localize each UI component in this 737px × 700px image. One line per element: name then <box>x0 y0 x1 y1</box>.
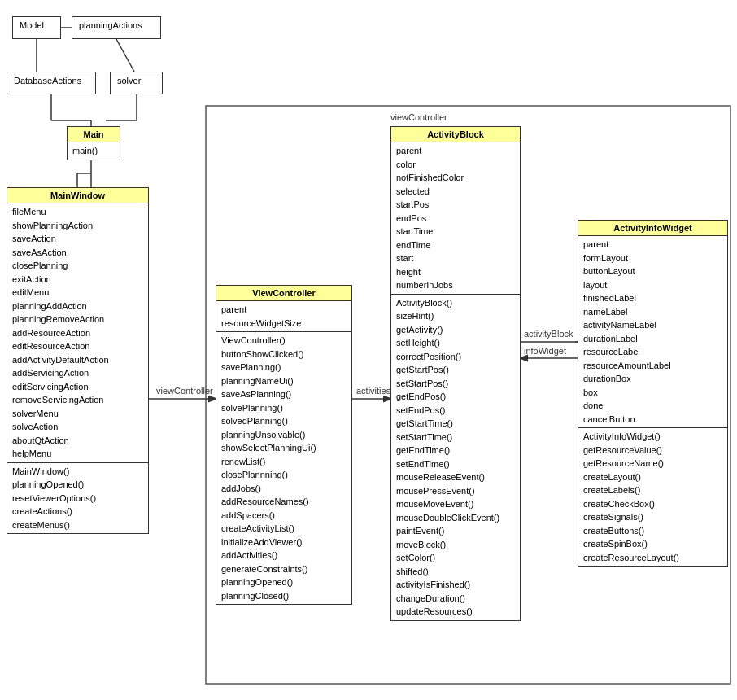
label-viewcontroller-arrow: viewController <box>156 386 213 396</box>
activityblock-box: ActivityBlock parent color notFinishedCo… <box>390 126 521 621</box>
databaseactions-box: DatabaseActions <box>7 72 96 94</box>
label-activities: activities <box>356 386 391 396</box>
planningactions-box: planningActions <box>72 16 161 39</box>
main-methods: main() <box>68 142 120 160</box>
viewcontroller-methods: ViewController() buttonShowClicked() sav… <box>216 332 351 604</box>
main-header: Main <box>68 127 120 142</box>
mainwindow-header: MainWindow <box>7 188 148 203</box>
activityinfowidget-header: ActivityInfoWidget <box>578 221 727 236</box>
activityblock-header: ActivityBlock <box>391 127 520 142</box>
planningactions-label: planningActions <box>79 20 142 30</box>
viewcontroller-attributes: parent resourceWidgetSize <box>216 301 351 332</box>
label-infowidget: infoWidget <box>524 346 566 356</box>
activityinfowidget-attributes: parent formLayout buttonLayout layout fi… <box>578 236 727 428</box>
activityinfowidget-box: ActivityInfoWidget parent formLayout but… <box>578 220 728 567</box>
activityinfowidget-methods: ActivityInfoWidget() getResourceValue() … <box>578 428 727 566</box>
label-activityblock: activityBlock <box>524 329 573 339</box>
mainwindow-attributes: fileMenu showPlanningAction saveAction s… <box>7 203 148 463</box>
solver-label: solver <box>117 76 141 85</box>
activityblock-methods: ActivityBlock() sizeHint() getActivity()… <box>391 295 520 620</box>
databaseactions-label: DatabaseActions <box>14 76 81 85</box>
svg-line-2 <box>116 39 134 72</box>
mainwindow-box: MainWindow fileMenu showPlanningAction s… <box>7 187 149 534</box>
solver-box: solver <box>110 72 163 94</box>
activityblock-attributes: parent color notFinishedColor selected s… <box>391 142 520 295</box>
viewcontroller-header: ViewController <box>216 286 351 301</box>
mainwindow-methods: MainWindow() planningOpened() resetViewe… <box>7 463 148 534</box>
model-label: Model <box>20 20 44 30</box>
viewcontroller-box: ViewController parent resourceWidgetSize… <box>216 285 352 605</box>
model-box: Model <box>12 16 61 39</box>
label-viewcontroller-top: viewController <box>390 112 447 122</box>
main-box: Main main() <box>67 126 120 160</box>
